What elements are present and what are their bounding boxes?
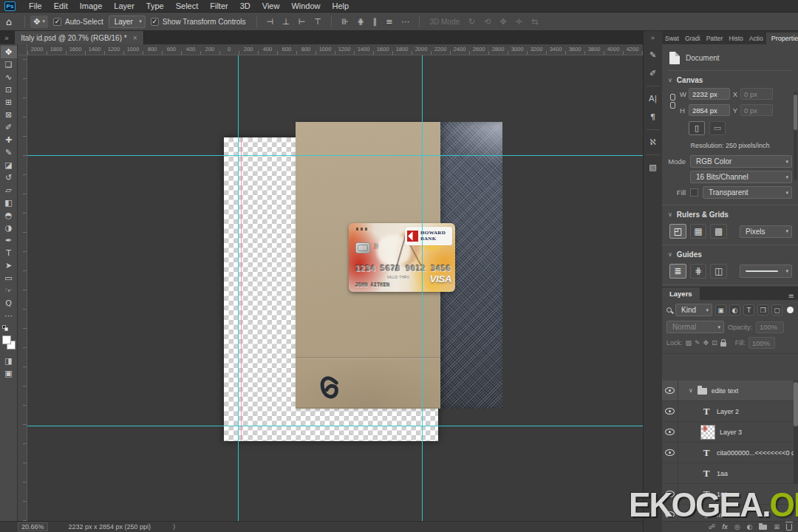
eye-icon[interactable] bbox=[665, 387, 675, 394]
distribute-spacing-icon[interactable]: ≡ bbox=[381, 17, 397, 27]
quick-mask-mode-icon[interactable]: ◨ bbox=[1, 355, 17, 367]
toggle-guides-button[interactable]: ≣ bbox=[669, 264, 686, 279]
brushes-panel-icon[interactable]: ✐ bbox=[645, 66, 661, 81]
fill-swatch[interactable] bbox=[690, 188, 698, 197]
filter-smart-objects-icon[interactable]: ▢ bbox=[771, 304, 782, 316]
width-field[interactable]: 2232 px bbox=[689, 88, 730, 100]
menu-help[interactable]: Help bbox=[327, 1, 355, 10]
edit-toolbar-icon[interactable]: ⋯ bbox=[1, 310, 17, 322]
zoom-tool[interactable]: Q bbox=[1, 297, 17, 310]
status-options-chevron-icon[interactable]: ⟩ bbox=[173, 523, 176, 531]
eyedropper-tool[interactable]: ✐ bbox=[1, 121, 17, 134]
3d-panel-icon[interactable]: ▧ bbox=[645, 160, 661, 175]
filter-adjustment-layers-icon[interactable]: ◐ bbox=[729, 304, 740, 316]
menu-3d[interactable]: 3D bbox=[234, 1, 256, 10]
rulers-grids-section-header[interactable]: ∨ Rulers & Grids bbox=[668, 205, 792, 222]
portrait-orientation-button[interactable]: ▯ bbox=[689, 121, 705, 135]
clone-stamp-tool[interactable]: ◪ bbox=[1, 159, 17, 171]
fill-dropdown[interactable]: Transparent ▾ bbox=[703, 186, 792, 199]
layer-row-group[interactable]: ∨ edite text bbox=[662, 381, 798, 401]
toggle-grid-button[interactable]: ▦ bbox=[690, 224, 707, 239]
tab-properties[interactable]: Properties bbox=[766, 33, 798, 44]
group-expand-icon[interactable]: ∨ bbox=[689, 387, 693, 394]
layer-row[interactable]: T cita000000...<<<<<<<<0 d bbox=[662, 443, 798, 463]
layer-row[interactable]: T 1aa bbox=[662, 463, 798, 484]
screen-mode-icon[interactable]: ▣ bbox=[1, 367, 17, 380]
height-field[interactable]: 2854 px bbox=[689, 104, 730, 116]
home-icon[interactable]: ⌂ bbox=[6, 16, 12, 27]
tab-history[interactable]: Histo bbox=[726, 33, 746, 44]
layer-name[interactable]: cita000000...<<<<<<<<0 d bbox=[717, 449, 795, 457]
lock-guides-button[interactable]: ⋕ bbox=[690, 264, 707, 279]
current-tool-preset[interactable]: ✥ ▾ bbox=[30, 16, 48, 28]
guides-section-header[interactable]: ∨ Guides bbox=[668, 245, 792, 262]
guide-vertical-right[interactable] bbox=[422, 55, 423, 521]
eye-icon[interactable] bbox=[665, 449, 675, 456]
rectangular-marquee-tool[interactable]: ❏ bbox=[1, 58, 17, 71]
tab-patterns[interactable]: Patter bbox=[703, 33, 726, 44]
visibility-cell[interactable] bbox=[662, 463, 678, 483]
history-brush-tool[interactable]: ↺ bbox=[1, 171, 17, 184]
spot-healing-brush-tool[interactable]: ✚ bbox=[1, 134, 17, 146]
filter-kind-dropdown[interactable]: Kind ▾ bbox=[675, 304, 712, 316]
dodge-tool[interactable]: ◑ bbox=[1, 222, 17, 234]
horizontal-ruler[interactable]: 2000 1800 1600 1400 1200 1000 800 600 40… bbox=[27, 44, 643, 55]
document-tab[interactable]: Italy id.psd @ 20.7% (RGB/16) * × bbox=[15, 31, 143, 44]
canvas-section-header[interactable]: ∨ Canvas bbox=[668, 71, 792, 88]
eraser-tool[interactable]: ▱ bbox=[1, 184, 17, 197]
bit-depth-dropdown[interactable]: 16 Bits/Channel ▾ bbox=[690, 171, 792, 183]
clear-guides-button[interactable]: ◫ bbox=[710, 264, 727, 279]
path-selection-tool[interactable]: ➤ bbox=[1, 259, 17, 272]
link-dimensions-icon[interactable] bbox=[669, 94, 676, 110]
frame-tool[interactable]: ⊠ bbox=[1, 109, 17, 121]
menu-view[interactable]: View bbox=[256, 1, 286, 10]
toggle-rulers-button[interactable]: ◰ bbox=[669, 224, 686, 239]
lock-image-pixels-icon[interactable]: ✎ bbox=[695, 339, 700, 347]
paragraph-panel-icon[interactable]: ¶ bbox=[645, 109, 661, 125]
credit-card-image[interactable]: ))) HOWARD BANK 1234 5678 9012 3456 VALI… bbox=[349, 223, 455, 292]
distribute-horizontal-icon[interactable]: ⋕ bbox=[353, 17, 369, 27]
pen-tool[interactable]: ✒ bbox=[1, 234, 17, 247]
eye-icon[interactable] bbox=[665, 429, 675, 435]
blur-tool[interactable]: ◓ bbox=[1, 209, 17, 222]
menu-layer[interactable]: Layer bbox=[108, 1, 140, 10]
brush-settings-panel-icon[interactable]: ✎ bbox=[645, 47, 661, 63]
layer-name[interactable]: 1aa bbox=[717, 470, 728, 477]
layer-name[interactable]: edite text bbox=[712, 387, 739, 395]
foreground-color-swatch[interactable] bbox=[2, 335, 11, 344]
zoom-level-field[interactable]: 20.66% bbox=[18, 522, 48, 531]
align-right-edges-icon[interactable]: ⊢ bbox=[294, 17, 310, 27]
rectangle-tool[interactable]: ▭ bbox=[1, 272, 17, 284]
lock-transparent-pixels-icon[interactable]: ▨ bbox=[686, 339, 692, 347]
tab-swatches[interactable]: Swat bbox=[662, 33, 682, 44]
type-tool[interactable]: T bbox=[1, 247, 17, 259]
menu-type[interactable]: Type bbox=[140, 1, 170, 10]
more-align-options-icon[interactable]: ⋯ bbox=[397, 17, 414, 27]
layer-name[interactable]: Layer 2 bbox=[717, 408, 739, 415]
lock-artboard-icon[interactable]: ⊡ bbox=[712, 339, 717, 347]
layers-panel-menu-icon[interactable]: ≡ bbox=[788, 292, 794, 300]
layer-name[interactable]: Layer 3 bbox=[720, 429, 742, 436]
filter-type-layers-icon[interactable]: T bbox=[743, 304, 754, 316]
visibility-cell[interactable] bbox=[662, 381, 678, 400]
align-top-edges-icon[interactable]: ⊤ bbox=[310, 17, 326, 27]
show-transform-controls-checkbox[interactable]: ✓ Show Transform Controls bbox=[151, 18, 246, 26]
lock-position-icon[interactable]: ✥ bbox=[703, 339, 709, 347]
hand-tool[interactable]: ☞ bbox=[1, 284, 17, 297]
eye-icon[interactable] bbox=[665, 408, 675, 415]
character-panel-icon[interactable]: A| bbox=[645, 91, 661, 106]
crop-tool[interactable]: ⊞ bbox=[1, 96, 17, 109]
layer-thumbnail[interactable] bbox=[700, 425, 715, 440]
layers-scrollbar[interactable] bbox=[794, 381, 798, 484]
object-selection-tool[interactable]: ⊡ bbox=[1, 83, 17, 96]
canvas-area[interactable]: ))) HOWARD BANK 1234 5678 9012 3456 VALI… bbox=[27, 55, 643, 521]
align-horizontal-centers-icon[interactable]: ⊥ bbox=[278, 17, 294, 27]
menu-edit[interactable]: Edit bbox=[48, 1, 74, 10]
visibility-cell[interactable] bbox=[662, 443, 678, 463]
guide-margin-pink[interactable] bbox=[241, 137, 242, 441]
glyphs-panel-icon[interactable]: ℵ bbox=[645, 134, 661, 150]
auto-select-checkbox[interactable]: ✓ Auto-Select bbox=[53, 18, 103, 26]
default-colors-icon[interactable] bbox=[2, 325, 10, 331]
color-swatches[interactable] bbox=[1, 335, 17, 355]
menu-file[interactable]: File bbox=[23, 1, 48, 10]
